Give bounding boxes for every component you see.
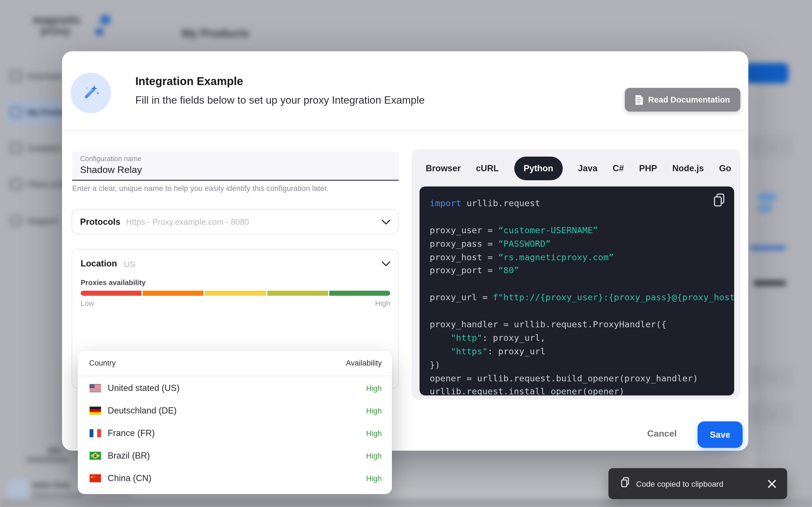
availability-badge: High bbox=[366, 384, 382, 392]
copy-icon bbox=[713, 193, 726, 208]
protocols-label: Protocols bbox=[80, 217, 120, 227]
tab-csharp[interactable]: C# bbox=[613, 163, 624, 173]
configuration-name-value: Shadow Relay bbox=[80, 165, 142, 176]
tab-browser[interactable]: Browser bbox=[426, 163, 461, 173]
fr-flag-icon bbox=[89, 429, 101, 438]
configuration-name-helper: Enter a clear, unique name to help you e… bbox=[72, 184, 329, 193]
read-documentation-button[interactable]: Read Documentation bbox=[625, 88, 741, 112]
country-option-cn[interactable]: China (CN) High bbox=[89, 467, 382, 490]
tab-go[interactable]: Go bbox=[719, 163, 731, 173]
location-label: Location bbox=[81, 259, 117, 269]
header-divider bbox=[62, 130, 748, 131]
read-documentation-label: Read Documentation bbox=[648, 95, 730, 104]
availability-segment bbox=[143, 291, 204, 296]
availability-segment bbox=[81, 291, 142, 296]
configuration-name-field[interactable]: Configuration name Shadow Relay bbox=[72, 152, 399, 181]
location-value: US bbox=[124, 259, 136, 269]
toast-code-copied: Code copied to clipboard bbox=[608, 468, 787, 499]
cn-flag-icon bbox=[89, 474, 101, 483]
copy-icon bbox=[621, 477, 630, 490]
tab-php[interactable]: PHP bbox=[639, 163, 657, 173]
br-flag-icon bbox=[89, 451, 101, 460]
code-block: import urllib.request proxy_user = “cust… bbox=[419, 186, 734, 395]
location-select[interactable]: Location US bbox=[81, 255, 390, 272]
availability-badge: High bbox=[366, 474, 382, 483]
country-option-fr[interactable]: France (FR) High bbox=[89, 422, 382, 445]
country-option-us[interactable]: United stated (US) High bbox=[89, 377, 382, 399]
availability-low-label: Low bbox=[81, 299, 94, 307]
magic-wand-icon bbox=[70, 73, 111, 113]
language-tabs: Browser cURL Python Java C# PHP Node.js … bbox=[426, 156, 732, 181]
chevron-down-icon bbox=[382, 217, 390, 227]
de-flag-icon bbox=[89, 406, 101, 415]
tab-curl[interactable]: cURL bbox=[476, 163, 499, 173]
screen: magnetic proxy My Products Overview My P… bbox=[0, 0, 812, 507]
code-content: import urllib.request proxy_user = “cust… bbox=[430, 197, 734, 395]
document-icon bbox=[635, 94, 644, 105]
modal-title: Integration Example bbox=[135, 75, 243, 88]
cancel-button[interactable]: Cancel bbox=[638, 425, 686, 442]
protocols-select[interactable]: Protocols Https - Proxy.example.com - 80… bbox=[71, 209, 399, 234]
country-dropdown-header: Country Availability bbox=[89, 359, 382, 367]
availability-badge: High bbox=[366, 406, 382, 415]
country-dropdown: Country Availability United stated (US) … bbox=[78, 351, 392, 494]
availability-segment bbox=[267, 291, 328, 296]
chevron-down-icon bbox=[382, 259, 390, 269]
proxies-availability-title: Proxies availability bbox=[81, 278, 146, 287]
availability-segment bbox=[205, 291, 266, 296]
availability-segment bbox=[329, 291, 390, 296]
configuration-name-label: Configuration name bbox=[80, 155, 142, 163]
modal-subtitle: Fill in the fields below to set up your … bbox=[135, 94, 424, 107]
protocols-placeholder: Https - Proxy.example.com - 8080 bbox=[126, 217, 249, 226]
tab-java[interactable]: Java bbox=[578, 163, 598, 173]
us-flag-icon bbox=[89, 384, 101, 393]
dropdown-country-header: Country bbox=[89, 359, 116, 367]
toast-close-icon[interactable] bbox=[768, 480, 776, 488]
availability-badge: High bbox=[366, 429, 382, 438]
tab-nodejs[interactable]: Node.js bbox=[672, 163, 704, 173]
country-option-br[interactable]: Brazil (BR) High bbox=[89, 445, 382, 467]
integration-code-panel: Browser cURL Python Java C# PHP Node.js … bbox=[412, 149, 741, 399]
availability-gradient-bar bbox=[81, 291, 390, 296]
availability-high-label: High bbox=[375, 299, 391, 307]
copy-code-button[interactable] bbox=[713, 193, 726, 208]
save-button[interactable]: Save bbox=[698, 421, 743, 448]
dropdown-divider bbox=[78, 376, 392, 376]
availability-badge: High bbox=[366, 452, 382, 460]
country-option-de[interactable]: Deutschland (DE) High bbox=[89, 399, 382, 422]
toast-message: Code copied to clipboard bbox=[636, 479, 723, 488]
dropdown-availability-header: Availability bbox=[346, 359, 382, 367]
tab-python[interactable]: Python bbox=[514, 157, 563, 180]
